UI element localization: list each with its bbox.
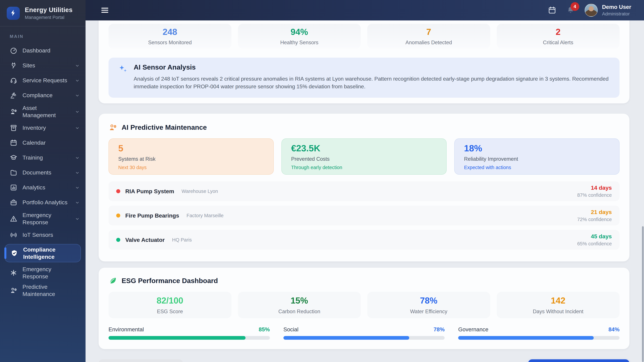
sensor-stats-row: 248 Sensors Monitored 94% Healthy Sensor… <box>108 24 620 49</box>
stat-sensors-monitored: 248 Sensors Monitored <box>108 24 232 49</box>
predictive-title: AI Predictive Maintenance <box>122 123 207 131</box>
chevron-down-icon <box>75 216 80 221</box>
carbon-reduction-tile: 15% Carbon Reduction <box>238 292 361 318</box>
vertical-scrollbar[interactable] <box>642 226 644 362</box>
sidebar-item-dashboard[interactable]: Dashboard <box>0 43 86 58</box>
progress-fill <box>284 336 409 340</box>
top-bar: 4 Demo User Administrator <box>86 0 644 20</box>
sidebar-nav: Dashboard Sites Service Requests Complia… <box>0 41 86 302</box>
avatar <box>585 4 598 17</box>
pm-card-systems-at-risk: 5 Systems at Risk Next 30 days <box>108 138 274 175</box>
cap-icon <box>10 154 18 162</box>
chevron-down-icon <box>75 155 80 160</box>
sidebar-item-predictive-maintenance[interactable]: Predictive Maintenance <box>0 282 86 299</box>
chevron-down-icon <box>75 125 80 130</box>
proceed-to-action-planning-button[interactable]: Proceed to Action Planning <box>528 359 630 362</box>
bell-icon <box>566 12 575 15</box>
sidebar-item-training[interactable]: Training <box>0 150 86 165</box>
back-to-orchestration-button[interactable]: Back to Orchestration <box>98 359 183 362</box>
sparkles-icon <box>118 64 128 74</box>
calendar-icon <box>10 139 18 147</box>
asterisk-icon <box>10 269 18 277</box>
days-without-incident-tile: 142 Days Without Incident <box>497 292 620 318</box>
chevron-down-icon <box>75 200 80 205</box>
footer-actions: Back to Orchestration Proceed to Action … <box>98 359 630 362</box>
status-dot <box>116 189 120 193</box>
chevron-down-icon <box>75 93 80 98</box>
menu-icon[interactable] <box>100 6 109 15</box>
system-row-valve-actuator: Valve Actuator HQ Paris 45 days 65% conf… <box>108 230 620 250</box>
app-title: Energy Utilities <box>25 6 72 13</box>
gauge-icon <box>10 47 18 54</box>
sidebar-section-label: MAIN <box>0 26 86 41</box>
gavel-icon <box>10 91 18 99</box>
esg-title: ESG Performance Dashboard <box>122 277 218 285</box>
headset-icon <box>10 77 18 84</box>
sidebar-item-analytics[interactable]: Analytics <box>0 180 86 195</box>
sidebar-item-portfolio-analytics[interactable]: Portfolio Analytics <box>0 195 86 210</box>
sidebar-item-service-requests[interactable]: Service Requests <box>0 73 86 88</box>
sidebar-item-emergency-response[interactable]: Emergency Response <box>0 264 86 282</box>
stat-healthy-sensors: 94% Healthy Sensors <box>238 24 361 49</box>
ai-analysis-body: Analysis of 248 IoT sensors reveals 2 cr… <box>134 75 610 90</box>
progress-fill <box>108 336 246 340</box>
chevron-down-icon <box>75 63 80 68</box>
pm-card-reliability: 18% Reliability Improvement Expected wit… <box>454 138 620 175</box>
sidebar-item-asset-management[interactable]: Asset Management <box>0 103 86 120</box>
worker-icon <box>10 287 18 294</box>
app-subtitle: Management Portal <box>25 15 72 20</box>
calendar-button[interactable] <box>548 6 556 14</box>
ai-analysis-title: AI Sensor Analysis <box>134 63 610 71</box>
system-row-ria-pump: RIA Pump System Warehouse Lyon 14 days 8… <box>108 181 620 201</box>
app-logo-block: Energy Utilities Management Portal <box>0 0 86 26</box>
worker-gear-icon <box>108 123 117 132</box>
predictive-maintenance-card: AI Predictive Maintenance 5 Systems at R… <box>98 114 630 261</box>
sensor-overview-card: 248 Sensors Monitored 94% Healthy Sensor… <box>98 20 630 103</box>
progress-track <box>284 336 445 340</box>
app-logo <box>7 7 20 20</box>
shield-icon <box>10 249 18 257</box>
water-efficiency-tile: 78% Water Efficiency <box>367 292 490 318</box>
sidebar-item-compliance-intelligence[interactable]: Compliance Intelligence <box>5 244 81 262</box>
systems-list: RIA Pump System Warehouse Lyon 14 days 8… <box>108 181 620 250</box>
sidebar: Energy Utilities Management Portal MAIN … <box>0 0 86 362</box>
user-role: Administrator <box>602 11 631 16</box>
sidebar-item-calendar[interactable]: Calendar <box>0 135 86 150</box>
main-content: 248 Sensors Monitored 94% Healthy Sensor… <box>86 20 644 362</box>
status-dot <box>116 214 120 218</box>
chevron-down-icon <box>75 170 80 175</box>
sidebar-item-documents[interactable]: Documents <box>0 165 86 180</box>
chevron-down-icon <box>75 185 80 190</box>
system-row-fire-pump: Fire Pump Bearings Factory Marseille 21 … <box>108 206 620 225</box>
progress-social: Social 78% <box>284 326 445 340</box>
stat-anomalies-detected: 7 Anomalies Detected <box>367 24 490 49</box>
worker-icon <box>10 108 18 115</box>
notifications-button[interactable]: 4 <box>566 6 575 14</box>
sidebar-item-inventory[interactable]: Inventory <box>0 120 86 135</box>
calendar-icon <box>548 12 556 15</box>
progress-track <box>108 336 270 340</box>
predictive-stats-row: 5 Systems at Risk Next 30 days €23.5K Pr… <box>108 138 620 175</box>
leaf-icon <box>108 276 117 285</box>
briefcase-icon <box>10 199 18 206</box>
radio-icon <box>10 231 18 239</box>
sidebar-item-emergency-response[interactable]: Emergency Response <box>0 210 86 227</box>
progress-fill <box>458 336 594 340</box>
progress-track <box>458 336 620 340</box>
archive-icon <box>10 124 18 132</box>
sidebar-item-iot-sensors[interactable]: IoT Sensors <box>0 227 86 242</box>
status-dot <box>116 238 120 242</box>
sidebar-item-compliance[interactable]: Compliance <box>0 88 86 103</box>
folder-icon <box>10 169 18 176</box>
user-menu[interactable]: Demo User Administrator <box>585 4 631 17</box>
bolt-icon <box>10 9 17 17</box>
esg-progress-row: Environmental 85% Social 78% <box>108 326 620 340</box>
plug-icon <box>10 62 18 69</box>
chart-icon <box>10 184 18 191</box>
esg-score-tile: 82/100 ESG Score <box>108 292 232 318</box>
chevron-down-icon <box>75 109 80 114</box>
progress-governance: Governance 84% <box>458 326 620 340</box>
sidebar-item-sites[interactable]: Sites <box>0 58 86 73</box>
user-name: Demo User <box>602 4 631 10</box>
warning-icon <box>10 215 18 223</box>
